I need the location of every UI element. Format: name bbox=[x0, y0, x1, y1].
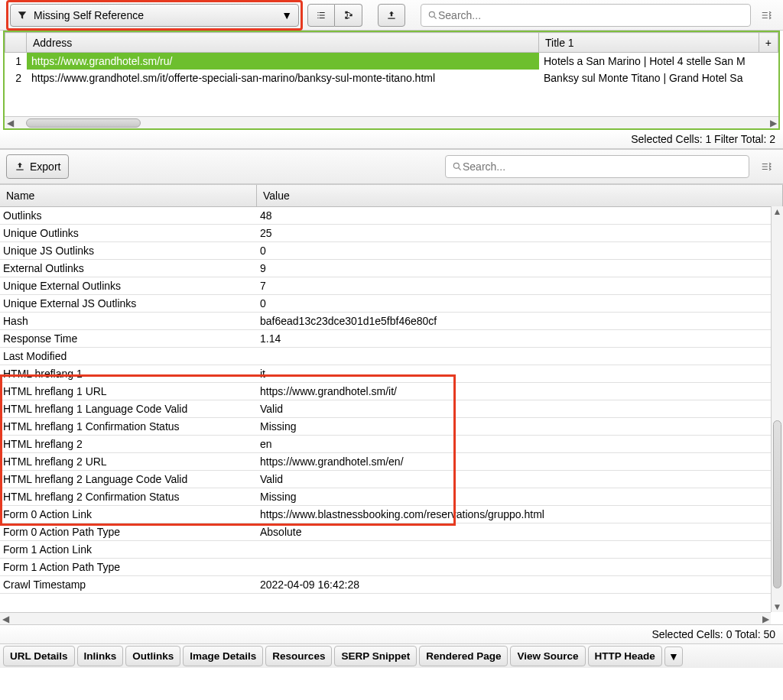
settings-button-top[interactable] bbox=[755, 5, 777, 26]
detail-row[interactable]: Unique Outlinks25 bbox=[0, 225, 783, 242]
detail-row[interactable]: HTML hreflang 1 Language Code ValidValid bbox=[0, 400, 783, 418]
tab-view-source[interactable]: View Source bbox=[510, 646, 585, 666]
address-cell[interactable]: https://www.grandhotel.sm/ru/ bbox=[27, 53, 539, 70]
detail-row[interactable]: Last Modified bbox=[0, 348, 783, 365]
detail-name: Last Modified bbox=[0, 348, 257, 365]
address-header[interactable]: Address bbox=[27, 33, 539, 53]
title-cell[interactable]: Hotels a San Marino | Hotel 4 stelle San… bbox=[539, 53, 778, 70]
detail-row[interactable]: Form 1 Action Link bbox=[0, 541, 783, 559]
search-icon bbox=[427, 10, 438, 21]
scroll-thumb-v[interactable] bbox=[773, 420, 781, 588]
detail-name: HTML hreflang 1 Confirmation Status bbox=[0, 418, 257, 435]
detail-row[interactable]: Unique External Outlinks7 bbox=[0, 277, 783, 295]
detail-row[interactable]: HTML hreflang 2en bbox=[0, 436, 783, 453]
detail-row[interactable]: Outlinks48 bbox=[0, 207, 783, 225]
detail-name: Unique JS Outlinks bbox=[0, 242, 257, 259]
details-status: Selected Cells: 0 Total: 50 bbox=[0, 624, 783, 643]
scroll-right-icon[interactable]: ▶ bbox=[768, 118, 778, 128]
scroll-thumb[interactable] bbox=[26, 118, 141, 128]
view-mode-group bbox=[307, 4, 362, 27]
add-column-button[interactable]: + bbox=[759, 33, 778, 53]
detail-row[interactable]: HTML hreflang 1 Confirmation StatusMissi… bbox=[0, 418, 783, 436]
upload-button[interactable] bbox=[378, 4, 405, 27]
bottom-tabs: URL DetailsInlinksOutlinksImage DetailsR… bbox=[0, 643, 783, 668]
detail-row[interactable]: HTML hreflang 2 Confirmation StatusMissi… bbox=[0, 488, 783, 506]
funnel-icon bbox=[17, 10, 28, 21]
search-input-mid[interactable] bbox=[463, 160, 742, 173]
detail-name: HTML hreflang 1 Language Code Valid bbox=[0, 400, 257, 417]
tab-inlinks[interactable]: Inlinks bbox=[77, 646, 124, 666]
tab-outlinks[interactable]: Outlinks bbox=[125, 646, 180, 666]
scroll-right-icon[interactable]: ▶ bbox=[760, 614, 771, 624]
address-cell[interactable]: https://www.grandhotel.sm/it/offerte-spe… bbox=[27, 70, 539, 86]
filter-label: Missing Self Reference bbox=[34, 9, 144, 21]
tab-http-heade[interactable]: HTTP Heade bbox=[588, 646, 662, 666]
svg-point-1 bbox=[453, 163, 459, 168]
scroll-up-icon[interactable]: ▲ bbox=[772, 206, 783, 217]
detail-value: Missing bbox=[257, 488, 783, 505]
search-input-top[interactable] bbox=[438, 9, 744, 21]
table-row[interactable]: 1https://www.grandhotel.sm/ru/Hotels a S… bbox=[5, 53, 778, 70]
settings-button-mid[interactable] bbox=[755, 156, 777, 177]
tree-view-button[interactable] bbox=[335, 4, 362, 27]
detail-value bbox=[257, 541, 783, 558]
tab-image-details[interactable]: Image Details bbox=[183, 646, 263, 666]
detail-name: External Outlinks bbox=[0, 260, 257, 277]
details-name-header[interactable]: Name bbox=[0, 185, 257, 206]
tab-serp-snippet[interactable]: SERP Snippet bbox=[334, 646, 417, 666]
h-scrollbar-top[interactable]: ◀ ▶ bbox=[5, 116, 778, 128]
details-value-header[interactable]: Value bbox=[257, 185, 783, 206]
table-row[interactable]: 2https://www.grandhotel.sm/it/offerte-sp… bbox=[5, 70, 778, 86]
detail-name: HTML hreflang 1 URL bbox=[0, 383, 257, 400]
detail-row[interactable]: HTML hreflang 1 URLhttps://www.grandhote… bbox=[0, 383, 783, 400]
search-box-top[interactable] bbox=[421, 4, 751, 27]
search-box-mid[interactable] bbox=[445, 155, 749, 178]
detail-name: Crawl Timestamp bbox=[0, 576, 257, 593]
tab-rendered-page[interactable]: Rendered Page bbox=[419, 646, 508, 666]
scroll-left-icon[interactable]: ◀ bbox=[5, 118, 15, 128]
detail-row[interactable]: Unique External JS Outlinks0 bbox=[0, 295, 783, 313]
detail-value: baf6ead13c23dce301d1e5fbf46e80cf bbox=[257, 313, 783, 329]
detail-row[interactable]: Hashbaf6ead13c23dce301d1e5fbf46e80cf bbox=[0, 313, 783, 330]
detail-value: Valid bbox=[257, 400, 783, 417]
detail-row[interactable]: HTML hreflang 2 Language Code ValidValid bbox=[0, 471, 783, 488]
filter-highlight-box: Missing Self Reference ▼ bbox=[6, 0, 303, 31]
tab-url-details[interactable]: URL Details bbox=[3, 646, 75, 666]
filter-dropdown[interactable]: Missing Self Reference ▼ bbox=[10, 4, 299, 27]
detail-name: Form 1 Action Link bbox=[0, 541, 257, 558]
detail-row[interactable]: Unique JS Outlinks0 bbox=[0, 242, 783, 260]
detail-row[interactable]: Crawl Timestamp2022-04-09 16:42:28 bbox=[0, 576, 783, 594]
detail-name: HTML hreflang 2 Language Code Valid bbox=[0, 471, 257, 488]
detail-value bbox=[257, 559, 783, 575]
h-scrollbar-details[interactable]: ◀ ▶ bbox=[0, 612, 771, 624]
svg-point-0 bbox=[429, 11, 434, 17]
detail-row[interactable]: Response Time1.14 bbox=[0, 330, 783, 348]
mid-toolbar: Export bbox=[0, 149, 783, 184]
scroll-left-icon[interactable]: ◀ bbox=[0, 614, 11, 624]
export-button[interactable]: Export bbox=[6, 154, 69, 179]
top-status: Selected Cells: 1 Filter Total: 2 bbox=[0, 130, 783, 149]
detail-value: https://www.blastnessbooking.com/reserva… bbox=[257, 506, 783, 523]
upload-icon bbox=[15, 161, 25, 172]
title-cell[interactable]: Banksy sul Monte Titano | Grand Hotel Sa bbox=[539, 70, 778, 86]
detail-name: HTML hreflang 1 bbox=[0, 365, 257, 382]
tab-resources[interactable]: Resources bbox=[265, 646, 332, 666]
title1-header[interactable]: Title 1 bbox=[539, 33, 759, 53]
detail-value: https://www.grandhotel.sm/en/ bbox=[257, 453, 783, 470]
v-scrollbar-details[interactable]: ▲ ▼ bbox=[771, 206, 783, 612]
detail-name: Hash bbox=[0, 313, 257, 329]
detail-name: Response Time bbox=[0, 330, 257, 347]
detail-row[interactable]: Form 0 Action Linkhttps://www.blastnessb… bbox=[0, 506, 783, 523]
detail-row[interactable]: HTML hreflang 1it bbox=[0, 365, 783, 383]
search-icon bbox=[452, 161, 463, 172]
details-panel: Name Value Outlinks48Unique Outlinks25Un… bbox=[0, 184, 783, 624]
detail-row[interactable]: Form 1 Action Path Type bbox=[0, 559, 783, 576]
detail-row[interactable]: Form 0 Action Path TypeAbsolute bbox=[0, 523, 783, 541]
detail-name: Unique Outlinks bbox=[0, 225, 257, 241]
scroll-down-icon[interactable]: ▼ bbox=[772, 601, 783, 612]
detail-row[interactable]: External Outlinks9 bbox=[0, 260, 783, 277]
list-view-button[interactable] bbox=[307, 4, 335, 27]
row-number-header[interactable] bbox=[5, 33, 27, 53]
detail-row[interactable]: HTML hreflang 2 URLhttps://www.grandhote… bbox=[0, 453, 783, 471]
tabs-overflow-button[interactable]: ▼ bbox=[664, 647, 683, 666]
